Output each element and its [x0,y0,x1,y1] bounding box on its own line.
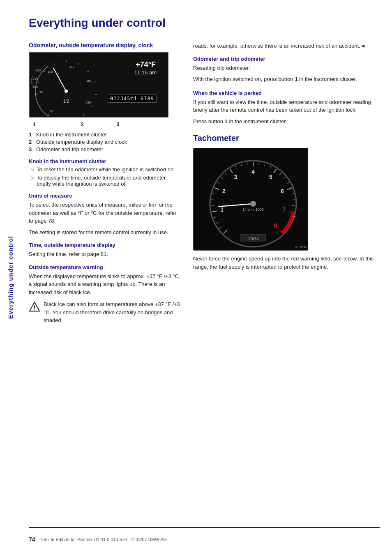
bullet-arrow-icon: ▷ [31,167,34,172]
time-display: 11:15 am [134,69,157,76]
item-1-text: Knob in the instrument cluster [36,131,107,138]
page-title: Everything under control [29,16,380,30]
footer-text: Online Edition for Part no. 01 41 0 013 … [42,537,167,542]
instrument-cluster-image: +74°F 11:15 am 012345mi 6789 [29,52,168,117]
time-heading: Time, outside temperature display [29,242,181,248]
units-period: . [54,218,55,224]
page-footer: 74 Online Edition for Part no. 01 41 0 0… [29,527,380,543]
item-2-num: 2 [29,139,36,145]
odometer-display: 012345mi 6789 [108,94,157,103]
time-text-content: Setting the time, refer to page [29,251,101,257]
page-number: 74 [29,536,35,543]
temp-display: +74°F [136,60,156,69]
time-period: . [106,251,108,257]
label-3: 3 [116,122,119,127]
knob-bullets: ▷ To reset the trip odometer while the i… [31,166,181,187]
label-2: 2 [81,122,84,127]
continued-text: roads, for example, otherwise there is a… [193,42,380,50]
item-3-num: 3 [29,146,36,152]
odometer-instruction-text: With the ignition switched on, press but… [193,76,295,82]
warning-box: Black ice can also form at temperatures … [29,300,181,325]
odometer-heading: Odometer and trip odometer [193,56,380,62]
tachometer-heading: Tachometer [193,134,380,143]
bullet-arrow-icon-2: ▷ [31,175,34,180]
parked-press-text: Press button [193,118,225,124]
units-heading: Units of measure [29,193,181,199]
knob-heading: Knob in the instrument cluster [29,158,181,164]
tachometer-text: Never force the engine speed up into the… [193,255,380,271]
units-text: To select the respective units of measur… [29,201,181,225]
odometer-section-heading: Odometer, outside temperature display, c… [29,42,181,48]
outside-temp-text: When the displayed temperature sinks to … [29,272,181,297]
two-col-layout: Odometer, outside temperature display, c… [29,42,380,527]
temp-value: +74°F [136,60,156,69]
time-page-link[interactable]: 81 [101,251,106,257]
units-text-2: The setting is stored for the remote con… [29,228,181,237]
tachometer-section: Tachometer © BMW Never force the engine … [193,134,380,271]
knob-bullet-1: ▷ To reset the trip odometer while the i… [31,166,181,173]
odometer-resetting-text: Resetting trip odometer: [193,64,380,72]
parked-press-text-2: in the instrument cluster. [228,118,287,124]
numbered-item-1: 1 Knob in the instrument cluster [29,131,181,138]
parked-text: If you still want to view the time, outs… [193,98,380,114]
units-text-2-content: The setting is stored for the remote con… [29,229,168,235]
item-3-text: Odometer and trip odometer [36,146,103,152]
time-text: Setting the time, refer to page 81. [29,250,181,258]
sidebar-label: Everything under control [7,236,14,319]
parked-heading: When the vehicle is parked [193,90,380,96]
knob-bullet-1-text: To reset the trip odometer while the ign… [37,166,173,173]
item-1-num: 1 [29,131,36,138]
warning-text-content: Black ice can also form at temperatures … [44,300,181,325]
numbered-list: 1 Knob in the instrument cluster 2 Outsi… [29,131,181,152]
copyright-label: © BMW [295,245,307,249]
svg-point-2 [34,309,35,310]
main-content: Everything under control Odometer, outsi… [21,0,392,555]
odometer-instruction: With the ignition switched on, press but… [193,75,380,83]
sidebar: Everything under control [0,0,21,555]
numbered-item-3: 3 Odometer and trip odometer [29,146,181,152]
outside-temp-heading: Outside temperature warning [29,264,181,270]
warning-triangle-icon [29,301,40,313]
numbered-item-2: 2 Outside temperature display and clock [29,139,181,145]
right-column: roads, for example, otherwise there is a… [193,42,380,527]
odometer-instruction-text-2: in the instrument cluster. [297,76,357,82]
left-column: Odometer, outside temperature display, c… [29,42,181,527]
knob-bullet-2-text: To display the time, outside temperature… [37,175,181,187]
label-1: 1 [33,122,36,127]
knob-bullet-2: ▷ To display the time, outside temperatu… [31,175,181,187]
item-2-text: Outside temperature display and clock [36,139,127,145]
units-page-link[interactable]: 78 [48,218,54,224]
tachometer-image: © BMW [193,148,308,251]
parked-button-text: Press button 1 in the instrument cluster… [193,117,380,126]
parked-button-1: 1 [225,118,228,124]
odometer-resetting-label: Resetting trip odometer: [193,65,250,71]
